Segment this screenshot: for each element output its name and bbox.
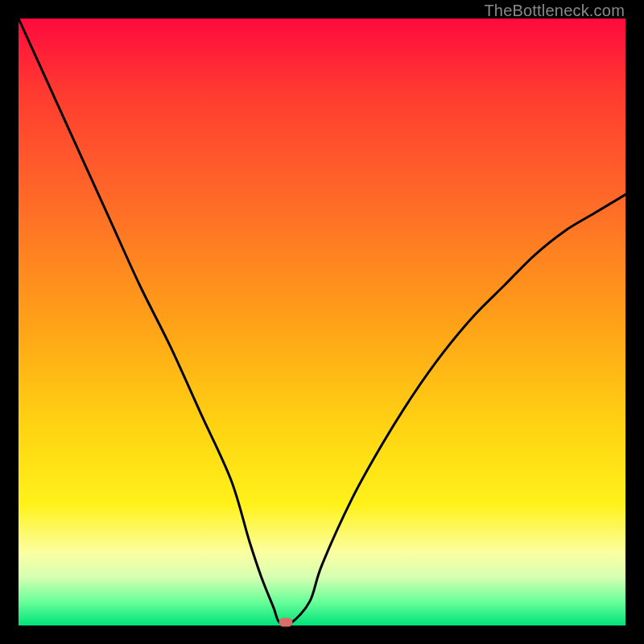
bottleneck-curve bbox=[19, 19, 625, 625]
plot-area bbox=[19, 19, 625, 625]
bottleneck-marker bbox=[279, 618, 292, 627]
watermark-text: TheBottleneck.com bbox=[484, 2, 625, 20]
chart-frame: TheBottleneck.com bbox=[0, 0, 644, 644]
